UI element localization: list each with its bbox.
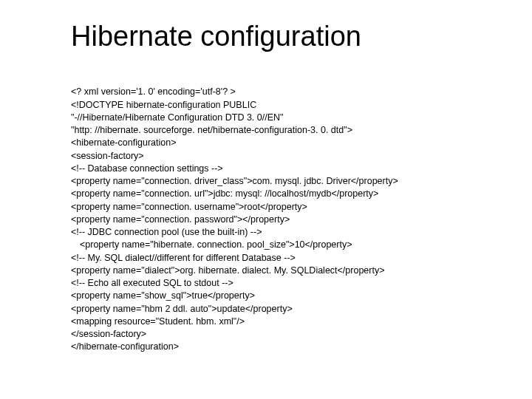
code-line: "-//Hibernate/Hibernate Configuration DT… — [71, 112, 283, 123]
code-line: <property name="show_sql">true</property… — [71, 290, 255, 301]
code-line: <property name="dialect">org. hibernate.… — [71, 265, 385, 276]
code-block: <? xml version='1. 0' encoding='utf-8'? … — [71, 73, 495, 366]
code-line: <property name="connection. username">ro… — [71, 202, 307, 212]
code-line: <? xml version='1. 0' encoding='utf-8'? … — [71, 86, 236, 97]
code-line: <property name="connection. driver_class… — [71, 176, 398, 186]
code-line: <!-- Database connection settings --> — [71, 163, 223, 174]
code-line: <!-- Echo all executed SQL to stdout --> — [71, 278, 233, 288]
slide-title: Hibernate configuration — [71, 21, 495, 52]
code-line: <property name="connection. password"></… — [71, 214, 290, 225]
code-line: "http: //hibernate. sourceforge. net/hib… — [71, 125, 352, 135]
code-line: <!DOCTYPE hibernate-configuration PUBLIC — [71, 100, 256, 110]
code-line: <mapping resource="Student. hbm. xml"/> — [71, 316, 245, 327]
code-line: <property name="hibernate. connection. p… — [71, 239, 352, 251]
code-line: <!-- My. SQL dialect//different for diff… — [71, 253, 296, 263]
code-line: </hibernate-configuration> — [71, 341, 179, 352]
code-line: </session-factory> — [71, 329, 146, 339]
code-line: <session-factory> — [71, 151, 144, 161]
slide: Hibernate configuration <? xml version='… — [0, 0, 532, 399]
code-line: <property name="connection. url">jdbc: m… — [71, 188, 378, 199]
code-line: <property name="hbm 2 ddl. auto">update<… — [71, 304, 293, 314]
code-line: <!-- JDBC connection pool (use the built… — [71, 227, 262, 237]
code-line: <hibernate-configuration> — [71, 137, 176, 148]
